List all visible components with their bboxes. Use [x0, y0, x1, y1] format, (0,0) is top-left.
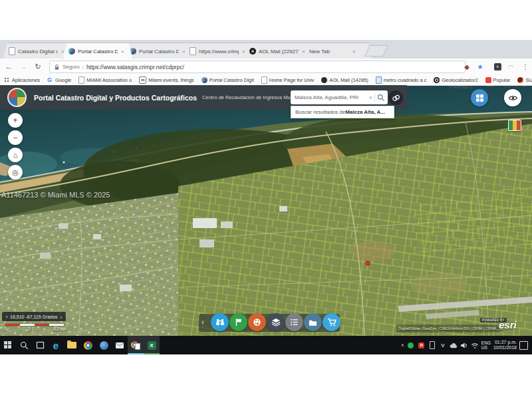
extension-icon-1[interactable]: ◆ — [462, 61, 472, 72]
file-explorer-button[interactable] — [64, 336, 80, 354]
new-tab-button[interactable] — [364, 45, 388, 57]
address-bar[interactable]: Seguro | https://www.satasgis.crimpr.net… — [49, 61, 466, 73]
bookmark-miami-events[interactable]: mMiami events, things — [139, 76, 194, 84]
folder-documents-button[interactable] — [304, 313, 322, 331]
tray-phone-icon[interactable] — [428, 340, 436, 350]
grid-icon — [476, 94, 483, 102]
bookmark-star-icon[interactable]: ★ — [475, 61, 485, 72]
home-extent-button[interactable]: ⌂ — [8, 148, 23, 162]
layers-button[interactable] — [267, 313, 285, 331]
coordinates-widget[interactable]: + 18,510 -67,115 Grados ∧ — [2, 312, 66, 321]
top-letterbox — [0, 0, 532, 40]
action-center-icon[interactable] — [519, 341, 528, 350]
bookmark-label: SURI — [525, 77, 532, 83]
toolbar-scroll-right[interactable]: › — [333, 318, 336, 326]
overview-map-widget[interactable] — [508, 120, 521, 131]
esri-wordmark: esri — [499, 319, 517, 331]
chrome-button[interactable] — [80, 336, 96, 354]
binoculars-search-button[interactable] — [211, 313, 229, 331]
search-suggestion-item[interactable]: Buscar resultados de Maleza Alta, A... — [291, 106, 394, 118]
apps-grid-button[interactable] — [471, 89, 488, 106]
coordinates-expand-icon[interactable]: ∧ — [60, 315, 63, 319]
network-wifi-icon[interactable] — [471, 340, 479, 350]
volume-icon[interactable] — [460, 340, 468, 350]
suggestion-term: Maleza Alta, A... — [345, 109, 385, 115]
map-search-box[interactable]: × — [291, 90, 388, 104]
forward-button[interactable]: → — [17, 61, 29, 72]
bookmark-aol-mail[interactable]: AOL Mail (14285) — [321, 77, 368, 83]
tab-crimpr-net[interactable]: https://www.crimpr.net/ × — [184, 43, 253, 59]
flag-button[interactable] — [229, 313, 247, 331]
tray-green-app-icon[interactable] — [407, 340, 415, 350]
hidden-icons-chevron[interactable]: ∧ — [401, 342, 404, 348]
legend-list-button[interactable] — [285, 313, 303, 331]
bookmark-google[interactable]: GGoogle — [47, 77, 71, 83]
blue-page-icon — [376, 76, 382, 84]
bookmark-metro-cuadrado[interactable]: metro cuadrado a c — [376, 76, 427, 84]
toolbar-scroll-left[interactable]: ‹ — [201, 318, 204, 326]
task-view-button[interactable] — [32, 336, 48, 354]
clear-search-icon[interactable]: × — [367, 94, 374, 101]
search-icon[interactable] — [377, 94, 385, 102]
suggestion-prefix: Buscar resultados de — [295, 109, 345, 115]
tab-portal-catastro-2[interactable]: Portal Catastro Digital y × — [124, 43, 193, 59]
extension-icon-3[interactable]: ◠ — [505, 61, 516, 72]
tray-cloud-icon[interactable] — [450, 340, 458, 350]
bookmark-aplicaciones[interactable]: Aplicaciones — [4, 77, 40, 83]
extension-icon-2[interactable]: + — [492, 61, 503, 72]
bookmark-portal-catastro[interactable]: Portal Catastro Digit — [201, 77, 254, 83]
attribution-text: DigitalGlobe, GeoEye, CNES/Airbus DS | C… — [398, 327, 503, 331]
tray-v-app-icon[interactable]: V — [439, 340, 447, 350]
zoom-in-button[interactable]: + — [8, 113, 23, 128]
start-button[interactable] — [0, 336, 16, 354]
locate-button[interactable]: ◎ — [8, 165, 23, 180]
back-button[interactable]: ← — [3, 61, 15, 72]
bookmark-miami-association[interactable]: MIAMI Association o — [78, 76, 132, 84]
blue-app-button[interactable] — [96, 336, 112, 354]
draw-palette-button[interactable] — [248, 313, 266, 331]
tab-close-icon[interactable]: × — [120, 49, 125, 55]
satellite-map-canvas[interactable] — [0, 85, 532, 336]
tab-label: Catastro Digital de Puer — [18, 49, 58, 55]
zoom-out-button[interactable]: − — [8, 130, 23, 145]
share-link-button[interactable] — [388, 90, 403, 105]
windows-taskbar: e X ∧ R V — [0, 336, 532, 354]
tray-r-app-icon[interactable]: R — [418, 340, 426, 350]
eye-icon — [508, 94, 518, 102]
language-indicator[interactable]: ENG US — [481, 340, 491, 350]
chrome-document-button-active[interactable] — [128, 336, 144, 354]
tab-portal-catastro-active[interactable]: Portal Catastro Digital y × — [63, 43, 133, 59]
plus-icon: + — [13, 116, 17, 125]
map-marker[interactable] — [366, 261, 370, 265]
bookmark-geolocalizador[interactable]: Geolocalizador2 — [434, 77, 477, 83]
excel-icon: X — [148, 341, 156, 350]
language-code: ENG — [481, 340, 491, 345]
task-view-icon — [36, 341, 45, 349]
reload-button[interactable]: ↻ — [32, 61, 44, 72]
clock-time: 01:27 p.m. — [493, 340, 517, 345]
tab-new-tab[interactable]: New Tab × — [303, 43, 372, 59]
search-icon — [20, 341, 29, 350]
coordinates-readout: 18,510 -67,115 Grados — [10, 315, 57, 319]
bookmark-home-page[interactable]: Home Page for Univ — [261, 76, 315, 84]
taskbar-search-button[interactable] — [16, 336, 32, 354]
tab-aol-mail[interactable]: A AOL Mail (22627) × — [243, 43, 313, 59]
shopping-cart-button[interactable] — [323, 313, 340, 331]
edge-browser-button[interactable]: e — [48, 336, 64, 354]
excel-button-active[interactable]: X — [144, 336, 160, 354]
mail-app-button[interactable] — [112, 336, 128, 354]
url-text[interactable]: https://www.satasgis.crimpr.net/cdprpc/ — [86, 64, 184, 70]
tab-catastro-digital[interactable]: Catastro Digital de Puer × — [3, 43, 72, 59]
palette-icon — [253, 318, 261, 327]
esri-logo[interactable]: POWERED BY esri — [497, 318, 529, 332]
visibility-button[interactable] — [504, 89, 521, 106]
bookmark-suri[interactable]: SURI — [517, 77, 532, 83]
browser-menu-icon[interactable]: ⋮ — [520, 61, 531, 72]
search-input[interactable] — [293, 94, 367, 101]
bookmark-popular[interactable]: Popular — [485, 77, 511, 83]
scale-bar — [5, 324, 64, 326]
tab-close-icon[interactable]: × — [352, 49, 356, 55]
taskbar-clock[interactable]: 01:27 p.m. 10/01/2018 — [493, 340, 517, 350]
binoculars-icon — [215, 318, 225, 327]
flag-icon — [234, 318, 243, 327]
